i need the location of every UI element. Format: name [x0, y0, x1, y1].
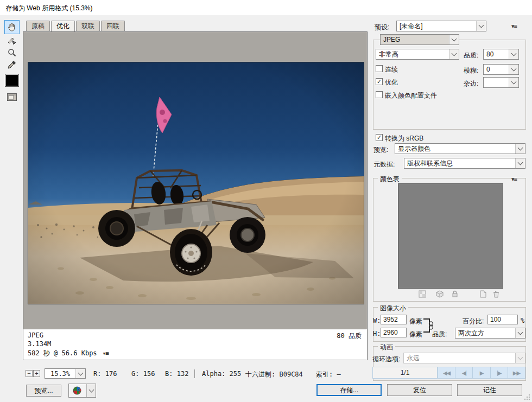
hex-value: B09C84	[279, 371, 302, 378]
height-label: H:	[373, 330, 381, 337]
preset-select[interactable]: [未命名]	[396, 21, 486, 31]
index-label: 索引:	[316, 371, 333, 378]
toggle-slices-visibility-button[interactable]	[4, 90, 20, 104]
quality-input[interactable]: 80	[483, 49, 519, 60]
resample-quality-value: 两次立方	[455, 329, 515, 338]
percent-input[interactable]: 100	[487, 315, 518, 324]
zoom-in-button[interactable]: +	[33, 370, 40, 377]
hand-icon	[7, 22, 17, 32]
preview-mode-select[interactable]: 显示器颜色	[395, 143, 525, 154]
frame-counter: 1/1	[373, 367, 438, 378]
red-label: R:	[93, 370, 101, 378]
optimized-checkbox[interactable]: ✓	[376, 78, 383, 85]
chevron-down-icon	[515, 144, 525, 154]
width-input[interactable]: 3952	[381, 315, 407, 324]
reset-button[interactable]: 复位	[387, 384, 452, 396]
index-readout: 索引: —	[316, 370, 341, 379]
slice-select-icon	[7, 36, 17, 46]
tab-original[interactable]: 原稿	[26, 21, 50, 31]
download-time-readout: 582 秒 @ 56.6 Kbps▾≡	[28, 349, 109, 358]
color-table-menu-icon[interactable]: ▾≡	[508, 176, 520, 183]
blur-label: 模糊:	[464, 66, 478, 75]
alpha-value: 255	[230, 370, 242, 378]
index-value: —	[337, 371, 340, 378]
eyedropper-tool[interactable]	[4, 58, 20, 72]
chevron-down-icon	[515, 158, 525, 168]
trash-icon[interactable]	[492, 290, 501, 298]
embed-profile-label: 嵌入颜色配置文件	[385, 91, 437, 100]
resample-quality-label: 品质:	[432, 330, 447, 339]
loop-options-label: 循环选项:	[372, 355, 400, 364]
quality-value: 80	[484, 50, 509, 58]
settings-panel: 预设: [未命名] ▾≡ JPEG 非常高 品质: 80 连续 模糊: 0 ✓ …	[371, 20, 529, 382]
red-readout: R: 176	[93, 370, 117, 378]
play-button[interactable]: ▶	[472, 367, 490, 378]
preview-mode-label: 预览:	[373, 145, 388, 155]
preview-image[interactable]	[28, 62, 364, 304]
percent-label: 百分比:	[463, 317, 484, 326]
link-chain-icon	[428, 321, 434, 330]
convert-srgb-checkbox[interactable]: ✓	[376, 134, 383, 141]
blue-readout: B: 132	[165, 370, 188, 378]
remember-button[interactable]: 记住	[457, 384, 522, 396]
quality-readout: 80 品质	[337, 331, 362, 341]
height-input[interactable]: 2960	[381, 328, 407, 337]
metadata-label: 元数据:	[373, 160, 395, 169]
zoom-level-select[interactable]: 15.3%	[45, 368, 86, 379]
preset-value: [未命名]	[397, 22, 476, 31]
color-table-toolbar	[371, 290, 529, 298]
hand-tool[interactable]	[4, 20, 20, 34]
tab-2up[interactable]: 双联	[76, 21, 100, 31]
map-transparency-icon[interactable]	[418, 290, 427, 298]
optimized-preview-pane[interactable]: JPEG 3.134M 582 秒 @ 56.6 Kbps▾≡ 80 品质	[23, 31, 368, 360]
quality-label: 品质:	[464, 51, 478, 60]
blue-value: 132	[177, 370, 189, 378]
save-button[interactable]: 存储...	[316, 384, 382, 396]
resize-grip[interactable]	[524, 394, 530, 400]
loop-options-select[interactable]: 永远	[403, 353, 525, 363]
width-label: W:	[373, 317, 381, 324]
compression-quality-value: 非常高	[376, 50, 449, 59]
format-select[interactable]: JPEG	[380, 34, 459, 45]
first-frame-button[interactable]: ◀◀	[438, 367, 455, 378]
preview-tabs: 原稿 优化 双联 四联	[26, 21, 126, 31]
animation-title: 动画	[378, 343, 395, 352]
browser-globe-icon: ?	[69, 384, 86, 397]
blue-label: B:	[165, 370, 173, 378]
compression-quality-select[interactable]: 非常高	[376, 49, 459, 60]
new-color-icon[interactable]	[479, 290, 487, 298]
progressive-checkbox[interactable]	[376, 65, 383, 72]
browser-select-button[interactable]: ?	[68, 384, 96, 398]
blur-input[interactable]: 0	[483, 64, 519, 75]
tab-4up[interactable]: 四联	[101, 21, 125, 31]
metadata-select[interactable]: 版权和联系信息	[404, 158, 525, 169]
dune-buggy-photo	[28, 62, 364, 304]
eyedropper-color-swatch[interactable]	[5, 74, 19, 87]
next-frame-button[interactable]: |▶	[490, 367, 508, 378]
status-divider	[194, 369, 195, 378]
alpha-label: Alpha:	[202, 370, 225, 378]
last-frame-button[interactable]: ▶▶	[508, 367, 525, 378]
hex-readout: 十六进制: B09C84	[245, 370, 303, 379]
magnifier-icon	[7, 48, 17, 58]
preview-in-browser-button[interactable]: 预览...	[26, 385, 61, 397]
loop-options-value: 永远	[404, 354, 515, 363]
matte-label: 杂边:	[464, 79, 478, 88]
format-readout: JPEG	[28, 331, 43, 339]
chevron-down-icon	[86, 384, 96, 397]
toggle-slices-icon	[7, 92, 17, 102]
green-label: G:	[131, 370, 139, 378]
lock-icon[interactable]	[451, 290, 459, 298]
embed-profile-checkbox[interactable]	[376, 91, 383, 98]
tab-optimized[interactable]: 优化	[51, 21, 75, 31]
web-shift-cube-icon[interactable]	[435, 290, 444, 298]
resample-quality-select[interactable]: 两次立方	[455, 328, 525, 339]
svg-text:?: ?	[78, 387, 81, 395]
previous-frame-button[interactable]: ◀|	[455, 367, 472, 378]
preset-menu-icon[interactable]: ▾≡	[508, 23, 520, 30]
matte-select[interactable]	[483, 77, 519, 88]
zoom-out-button[interactable]: −	[26, 370, 33, 377]
alpha-readout: Alpha: 255	[202, 370, 241, 378]
image-size-title: 图像大小	[378, 304, 408, 313]
download-speed-menu-icon[interactable]: ▾≡	[103, 350, 109, 357]
